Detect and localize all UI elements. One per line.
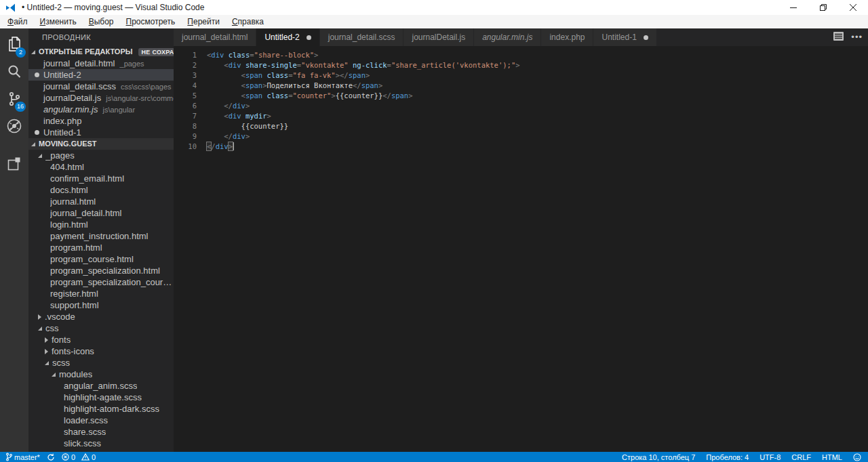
menu-item-выбор[interactable]: Выбор — [83, 15, 120, 28]
menu-item-перейти[interactable]: Перейти — [181, 15, 226, 28]
status-encoding[interactable]: UTF-8 — [760, 453, 781, 461]
tree-item[interactable]: angular_anim.scss — [28, 380, 174, 392]
tab-untitled-1[interactable]: Untitled-1 — [593, 28, 656, 46]
sidebar-item-extensions[interactable] — [0, 152, 28, 179]
tree-item[interactable]: program_specialization_course.html — [28, 276, 174, 288]
tree-item[interactable]: share.scss — [28, 426, 174, 438]
tree-item[interactable]: fonts — [28, 334, 174, 345]
tree-item[interactable]: highlight-agate.scss — [28, 392, 174, 403]
tree-item[interactable]: modules — [28, 369, 174, 380]
tab-journal_detail.scss[interactable]: journal_detail.scss — [320, 28, 404, 46]
tab-label: angular.min.js — [482, 33, 532, 42]
tree-item[interactable]: program_course.html — [28, 253, 174, 265]
open-editor-item[interactable]: journal_detail.scsscss\scss\pages — [28, 81, 174, 92]
tree-item[interactable]: confirm_email.html — [28, 173, 174, 184]
tree-item[interactable]: slick.scss — [28, 438, 174, 449]
code-text: <span class="fa fa-vk"></span> — [197, 70, 370, 81]
menu-item-справка[interactable]: Справка — [226, 15, 270, 28]
tree-item-label: program_specialization.html — [50, 265, 160, 276]
folder-section-header[interactable]: MOVING.GUEST — [28, 138, 174, 150]
minimize-button[interactable] — [778, 0, 808, 15]
menu-bar: ФайлИзменитьВыборПросмотретьПерейтиСправ… — [0, 15, 868, 28]
sidebar-item-search[interactable] — [0, 60, 28, 87]
tree-item[interactable]: css — [28, 322, 174, 334]
tree-item[interactable]: 404.html — [28, 161, 174, 173]
menu-item-изменить[interactable]: Изменить — [34, 15, 83, 28]
tree-item-label: register.html — [50, 288, 98, 299]
line-number: 4 — [174, 81, 197, 91]
feedback-smiley-icon[interactable] — [853, 453, 861, 461]
tab-angular.min.js[interactable]: angular.min.js — [474, 28, 541, 46]
debug-icon — [5, 117, 23, 138]
code-line[interactable]: 8 {{counter}} — [174, 121, 868, 131]
open-editor-item[interactable]: index.php — [28, 115, 174, 127]
open-editors-list-icon[interactable] — [833, 30, 844, 45]
git-branch-indicator[interactable]: master* — [5, 453, 40, 461]
code-line[interactable]: 5 <span class="counter">{{counter}}</spa… — [174, 91, 868, 101]
code-text: <div mydir> — [197, 111, 271, 121]
code-line[interactable]: 1<div class="share--block"> — [174, 50, 868, 60]
code-line[interactable]: 7 <div mydir> — [174, 111, 868, 121]
tree-item[interactable]: _pages — [28, 150, 174, 161]
restore-button[interactable] — [808, 0, 838, 15]
sidebar-item-explorer[interactable]: 2 — [0, 33, 28, 60]
open-editor-item[interactable]: journal_detail.html_pages — [28, 58, 174, 69]
status-eol[interactable]: CRLF — [791, 453, 811, 461]
close-button[interactable] — [838, 0, 868, 15]
tree-item-label: program_specialization_course.html — [50, 276, 174, 288]
tab-journal_detail.html[interactable]: journal_detail.html — [174, 28, 256, 46]
code-line[interactable]: 3 <span class="fa fa-vk"></span> — [174, 70, 868, 81]
tab-label: journalDetail.js — [412, 33, 465, 42]
tree-item[interactable]: payment_instruction.html — [28, 230, 174, 242]
tree-item[interactable]: program_specialization.html — [28, 265, 174, 276]
more-actions-icon[interactable]: ••• — [851, 28, 863, 46]
menu-item-просмотреть[interactable]: Просмотреть — [120, 15, 182, 28]
code-editor[interactable]: 1<div class="share--block">2 <div share-… — [174, 46, 868, 452]
open-editor-item[interactable]: Untitled-1 — [28, 127, 174, 138]
code-line[interactable]: 10</div> — [174, 142, 868, 152]
tree-item-label: .vscode — [45, 311, 75, 322]
open-editors-header[interactable]: ОТКРЫТЫЕ РЕДАКТОРЫ НЕ СОХРАНЕНО: 2 — [28, 46, 174, 58]
tree-item[interactable]: .vscode — [28, 311, 174, 322]
errors-warnings-indicator[interactable]: 0 0 — [62, 453, 96, 461]
open-editor-item[interactable]: journalDetail.jsjs\angular-src\common\co… — [28, 92, 174, 104]
chevron-expanded-icon — [31, 142, 35, 146]
open-editor-item[interactable]: Untitled-2 — [28, 69, 174, 81]
chevron-expanded-icon — [31, 50, 35, 54]
tab-bar: journal_detail.htmlUntitled-2journal_det… — [174, 28, 868, 46]
code-text: </div> — [197, 142, 234, 152]
tree-item[interactable]: highlight-atom-dark.scss — [28, 403, 174, 415]
tab-index.php[interactable]: index.php — [541, 28, 593, 46]
chevron-collapsed-icon — [45, 337, 48, 343]
tree-item[interactable]: docs.html — [28, 184, 174, 196]
status-language-mode[interactable]: HTML — [822, 453, 842, 461]
tab-journaldetail.js[interactable]: journalDetail.js — [403, 28, 474, 46]
menu-item-файл[interactable]: Файл — [1, 15, 34, 28]
status-cursor-position[interactable]: Строка 10, столбец 7 — [622, 453, 695, 461]
sidebar-item-debug[interactable] — [0, 114, 28, 141]
code-line[interactable]: 9 </div> — [174, 131, 868, 142]
open-editor-name: angular.min.js — [43, 104, 98, 114]
open-editors-label: ОТКРЫТЫЕ РЕДАКТОРЫ — [39, 46, 133, 58]
tree-item[interactable]: support.html — [28, 299, 174, 311]
tree-item[interactable]: journal_detail.html — [28, 207, 174, 219]
tree-item[interactable]: scss — [28, 357, 174, 369]
tree-item-label: loader.scss — [64, 415, 108, 426]
tree-item[interactable]: journal.html — [28, 196, 174, 207]
sidebar-item-source-control[interactable]: 16 — [0, 87, 28, 114]
code-line[interactable]: 6 </div> — [174, 101, 868, 111]
code-text: <span>Поделиться Вконтакте</span> — [197, 81, 382, 91]
open-editor-item[interactable]: angular.min.jsjs\angular — [28, 104, 174, 115]
tab-untitled-2[interactable]: Untitled-2 — [256, 28, 319, 46]
tree-item[interactable]: loader.scss — [28, 415, 174, 426]
sync-button[interactable] — [47, 453, 55, 461]
code-line[interactable]: 4 <span>Поделиться Вконтакте</span> — [174, 81, 868, 91]
status-indentation[interactable]: Пробелов: 4 — [706, 453, 749, 461]
tree-item[interactable]: register.html — [28, 288, 174, 299]
explorer-badge: 2 — [16, 47, 26, 58]
open-editor-name: Untitled-1 — [43, 127, 81, 138]
tree-item[interactable]: program.html — [28, 242, 174, 253]
code-line[interactable]: 2 <div share-single="vkontakte" ng-click… — [174, 60, 868, 70]
tree-item[interactable]: login.html — [28, 219, 174, 230]
tree-item[interactable]: fonts-icons — [28, 345, 174, 357]
